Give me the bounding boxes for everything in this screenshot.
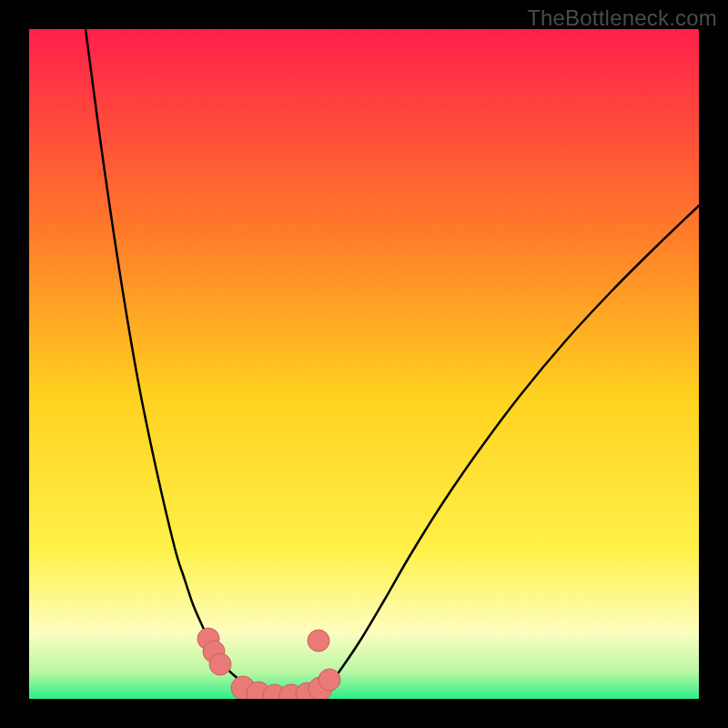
data-marker (209, 653, 231, 675)
chart-frame: TheBottleneck.com (0, 0, 728, 728)
data-marker (318, 669, 340, 691)
watermark-text: TheBottleneck.com (527, 5, 717, 31)
data-marker (308, 630, 329, 652)
chart-svg (29, 29, 699, 699)
gradient-background (29, 29, 699, 699)
plot-area (29, 29, 699, 699)
